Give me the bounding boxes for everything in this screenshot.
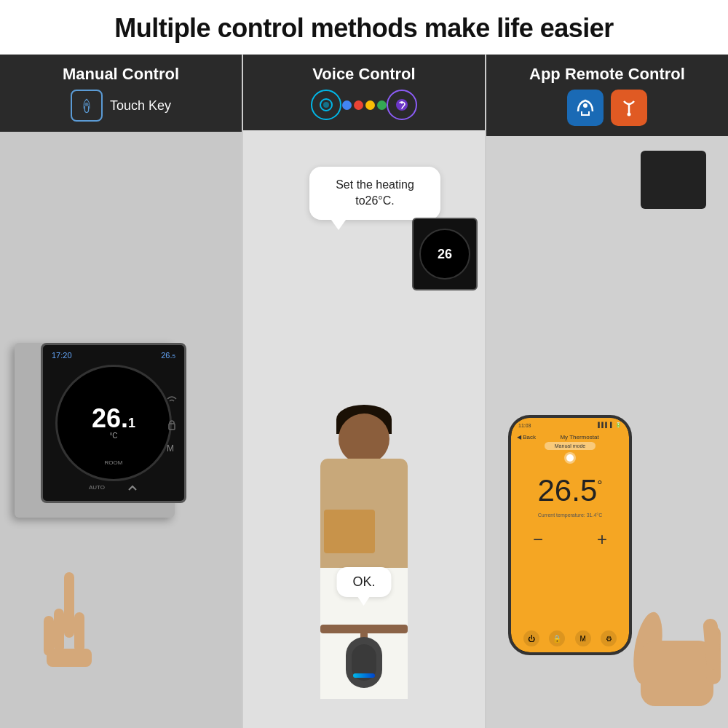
google-icon — [349, 90, 379, 120]
mini-screen: 26 — [419, 229, 470, 280]
header: Multiple control methods make life easie… — [0, 0, 728, 55]
power-icon[interactable]: ⏻ — [523, 630, 539, 646]
schedule-icon[interactable]: 🔒 — [549, 630, 565, 646]
mode-icon[interactable]: M — [575, 630, 591, 646]
svg-rect-7 — [47, 649, 92, 667]
voice-header: Voice Control — [243, 55, 485, 130]
svg-rect-5 — [74, 612, 84, 652]
phone-temperature: 26.5° — [538, 473, 603, 507]
touch-key-icon — [71, 90, 103, 122]
thermostat-screen: 26.1 °C ROOM — [55, 365, 172, 481]
manual-control-column: Manual Control Touch Key — [0, 55, 243, 728]
person-head — [339, 414, 389, 464]
phone-temp-controls: − + — [511, 525, 629, 554]
thermostat-room: ROOM — [105, 459, 123, 466]
phone-time: 11:03 — [518, 423, 531, 428]
thermostat-unit: °C — [109, 432, 117, 440]
app-control-column: App Remote Control — [486, 55, 728, 728]
alexa-ring — [353, 673, 375, 678]
smartlife-icon — [567, 90, 604, 126]
phone-temp-display: 26.5° — [511, 466, 629, 513]
speech-bubble-command: Set the heating to26°C. — [309, 167, 440, 220]
columns-container: Manual Control Touch Key — [0, 55, 728, 728]
increase-temp-button[interactable]: + — [597, 529, 607, 550]
svg-point-9 — [323, 102, 329, 108]
svg-point-13 — [628, 113, 631, 116]
voice-control-column: Voice Control — [243, 55, 486, 728]
decrease-temp-button[interactable]: − — [533, 529, 543, 550]
phone-signal: ▌▌▌ ▌ 🔋 — [598, 422, 622, 428]
phone-back[interactable]: ◀ Back — [517, 434, 536, 440]
siri-icon — [387, 90, 417, 120]
manual-icons-row: Touch Key — [7, 90, 234, 124]
mini-thermostat: 26 — [412, 218, 478, 290]
app-icons-row — [494, 90, 721, 129]
thermostat-display-temp: 26.1 — [92, 405, 135, 432]
thermostat-set-temp: 26.5 — [161, 351, 175, 360]
thermostat-auto: AUTO — [89, 484, 105, 491]
alexa-icon — [311, 90, 341, 120]
chevron-up-icon — [127, 482, 138, 494]
phone-bottom-bar: ⏻ 🔒 M ⚙ — [511, 625, 629, 652]
phone-mode-badge: Manual mode — [545, 442, 596, 450]
ok-speech-bubble: OK. — [336, 567, 391, 597]
svg-rect-1 — [169, 424, 175, 430]
phone-mockup: 11:03 ▌▌▌ ▌ 🔋 ◀ Back My Thermostat Manua… — [508, 415, 632, 655]
thermostat-device: 17:20 26.5 26.1 °C ROOM AUTO — [41, 343, 186, 503]
phone-current-temp: Current temperature: 31.4°C — [511, 513, 629, 518]
voice-icons-row — [250, 90, 478, 123]
manual-heading: Manual Control — [7, 65, 234, 84]
manual-content: 17:20 26.5 26.1 °C ROOM AUTO — [0, 132, 242, 728]
lock-icon — [165, 418, 178, 431]
page-wrapper: Multiple control methods make life easie… — [0, 0, 728, 728]
mini-temp: 26 — [438, 247, 452, 262]
touch-key-label: Touch Key — [110, 98, 171, 114]
hand-holding-phone — [626, 568, 728, 728]
manual-header: Manual Control Touch Key — [0, 55, 242, 132]
phone-title: My Thermostat — [560, 434, 598, 440]
app-heading: App Remote Control — [494, 65, 721, 84]
thermostat-time: 17:20 — [52, 351, 72, 360]
app-header: App Remote Control — [486, 55, 728, 136]
svg-rect-4 — [54, 609, 64, 652]
voice-content: Set the heating to26°C. 26 — [243, 130, 485, 728]
svg-point-12 — [583, 103, 587, 108]
phone-status-bar: 11:03 ▌▌▌ ▌ 🔋 — [511, 418, 629, 432]
m-letter-icon: M — [165, 443, 175, 453]
finger-pointer — [44, 572, 95, 670]
svg-point-11 — [401, 102, 403, 104]
tuya-icon — [611, 90, 647, 126]
settings-icon[interactable]: ⚙ — [601, 630, 617, 646]
app-content: 11:03 ▌▌▌ ▌ 🔋 ◀ Back My Thermostat Manua… — [486, 136, 728, 728]
wifi-icon — [165, 393, 178, 406]
svg-rect-3 — [64, 572, 74, 638]
page-title: Multiple control methods make life easie… — [7, 13, 721, 44]
dark-device — [641, 151, 706, 209]
alexa-speaker — [346, 637, 382, 688]
voice-heading: Voice Control — [250, 65, 478, 84]
phone-indicator-dot — [566, 454, 574, 462]
phone-temp-unit: ° — [597, 478, 602, 493]
svg-point-0 — [84, 103, 88, 106]
svg-rect-15 — [641, 641, 713, 706]
phone-screen: 11:03 ▌▌▌ ▌ 🔋 ◀ Back My Thermostat Manua… — [511, 418, 629, 652]
box-package — [324, 510, 375, 553]
svg-text:M: M — [167, 443, 174, 453]
